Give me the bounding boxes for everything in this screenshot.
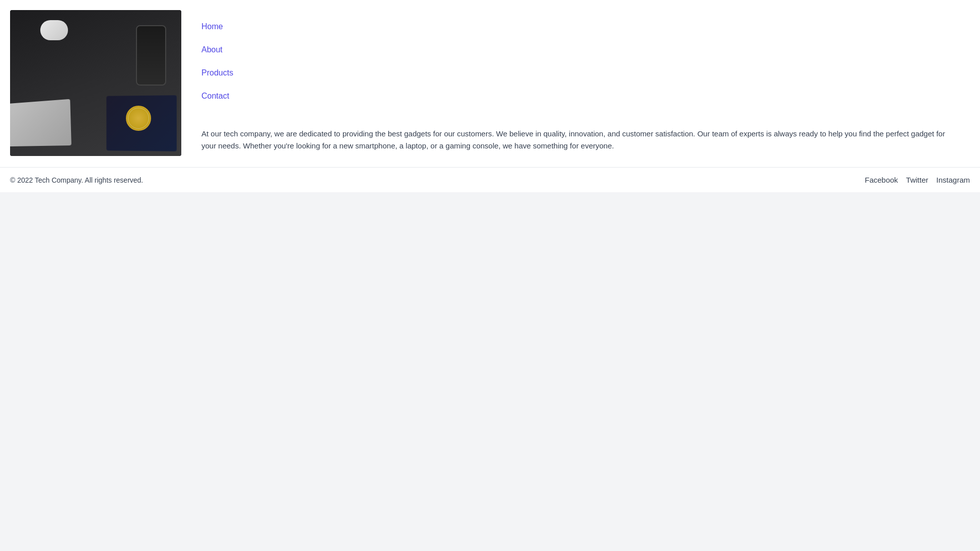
footer-copyright: © 2022 Tech Company. All rights reserved… bbox=[10, 176, 143, 184]
footer: © 2022 Tech Company. All rights reserved… bbox=[0, 167, 980, 192]
badge-shape bbox=[126, 106, 151, 131]
earbuds-shape bbox=[40, 20, 68, 40]
footer-links: Facebook Twitter Instagram bbox=[865, 176, 970, 184]
nav-item-home: Home bbox=[201, 15, 960, 38]
footer-link-instagram[interactable]: Instagram bbox=[936, 176, 970, 184]
footer-link-facebook[interactable]: Facebook bbox=[865, 176, 898, 184]
main-nav: Home About Products Contact bbox=[201, 15, 960, 108]
phone-shape bbox=[136, 25, 166, 86]
nav-link-contact[interactable]: Contact bbox=[201, 92, 229, 100]
content-section: Home About Products Contact At our tech … bbox=[191, 10, 970, 157]
nav-link-home[interactable]: Home bbox=[201, 22, 223, 31]
nav-link-about[interactable]: About bbox=[201, 45, 223, 54]
description-text: At our tech company, we are dedicated to… bbox=[201, 123, 960, 152]
laptop-shape bbox=[10, 99, 72, 147]
image-section bbox=[10, 10, 181, 157]
nav-item-products: Products bbox=[201, 61, 960, 85]
nav-link-products[interactable]: Products bbox=[201, 68, 233, 77]
nav-item-contact: Contact bbox=[201, 85, 960, 108]
nav-item-about: About bbox=[201, 38, 960, 61]
gadget-scene bbox=[10, 10, 181, 156]
footer-link-twitter[interactable]: Twitter bbox=[906, 176, 928, 184]
hero-image bbox=[10, 10, 181, 156]
nav-list: Home About Products Contact bbox=[201, 15, 960, 108]
main-container: Home About Products Contact At our tech … bbox=[0, 0, 980, 167]
